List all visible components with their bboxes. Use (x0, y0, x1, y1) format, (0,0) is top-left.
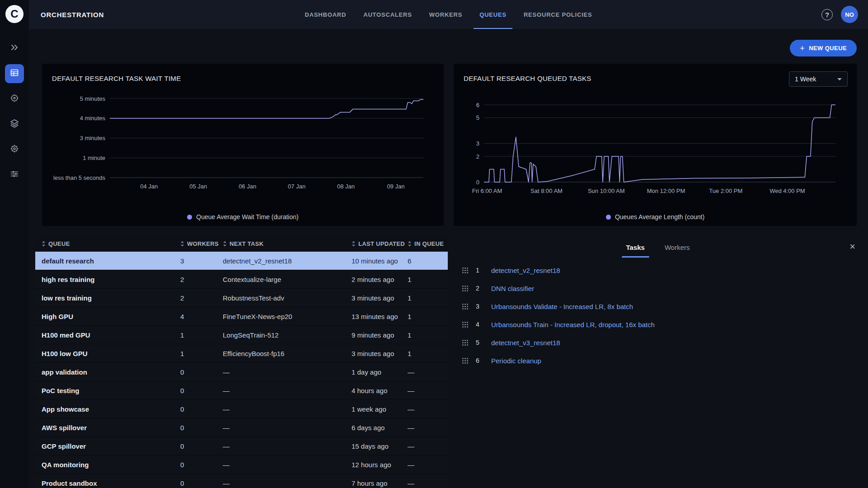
task-link[interactable]: detectnet_v3_resnet18 (491, 339, 560, 347)
task-index: 3 (476, 303, 491, 310)
workers-cell: 0 (180, 479, 223, 487)
sidebar-item-workers[interactable] (5, 89, 24, 108)
queued-tasks-chart-card: DEFAULT RESEARCH QUEUED TASKS 1 Week 023… (454, 64, 857, 226)
task-link[interactable]: Urbansounds Train - Increased LR, dropou… (491, 321, 655, 328)
next-cell: EfficiencyBoost-fp16 (223, 350, 352, 357)
drag-handle-icon[interactable] (462, 339, 469, 346)
column-header-next-task[interactable]: NEXT TASK (223, 240, 352, 247)
next-cell: Contextualize-large (223, 276, 352, 283)
updated-cell: 10 minutes ago (352, 257, 408, 265)
next-cell: RobustnessTest-adv (223, 294, 352, 302)
sidebar-item-expand-sidebar[interactable] (5, 39, 24, 58)
table-row[interactable]: QA monitoring0—12 hours ago— (35, 455, 448, 474)
drag-handle-icon[interactable] (462, 267, 469, 274)
table-row[interactable]: default research3detectnet_v2_resnet1810… (35, 252, 448, 270)
page-title: ORCHESTRATION (41, 11, 104, 19)
table-row[interactable]: app validation0—1 day ago— (35, 363, 448, 381)
task-link[interactable]: detectnet_v2_resnet18 (491, 267, 560, 274)
table-row[interactable]: H100 med GPU1LongSeqTrain-5129 minutes a… (35, 326, 448, 344)
workers-cell: 0 (180, 442, 223, 450)
nav-tab-workers[interactable]: WORKERS (421, 0, 471, 29)
sort-icon[interactable] (223, 241, 227, 247)
next-cell: — (223, 442, 352, 450)
task-index: 1 (476, 267, 491, 274)
inqueue-cell: — (408, 387, 448, 394)
task-index: 6 (476, 357, 491, 364)
next-cell: detectnet_v2_resnet18 (223, 257, 352, 265)
column-header-queue[interactable]: QUEUE (35, 240, 180, 247)
table-row[interactable]: high res training2Contextualize-large2 m… (35, 270, 448, 289)
table-row[interactable]: PoC testing0—4 hours ago— (35, 381, 448, 400)
updated-cell: 3 minutes ago (352, 350, 408, 357)
sidebar-item-pipelines[interactable] (5, 165, 24, 184)
new-queue-button[interactable]: + NEW QUEUE (790, 40, 857, 56)
time-range-dropdown[interactable]: 1 Week (789, 71, 848, 87)
next-cell: — (223, 424, 352, 432)
layers-icon (9, 118, 19, 130)
column-header-last-updated[interactable]: LAST UPDATED (352, 240, 408, 247)
sort-icon[interactable] (42, 241, 46, 247)
svg-text:05 Jan: 05 Jan (189, 183, 207, 190)
nav-tab-dashboard[interactable]: DASHBOARD (296, 0, 355, 29)
queue-cell: low res training (35, 294, 180, 302)
column-header-workers[interactable]: WORKERS (180, 240, 223, 247)
table-row[interactable]: AWS spillover0—6 days ago— (35, 418, 448, 437)
task-list: 1detectnet_v2_resnet182DNN classifier3Ur… (448, 261, 868, 370)
close-icon[interactable]: × (849, 242, 855, 252)
svg-text:2: 2 (476, 153, 479, 160)
table-row[interactable]: App showcase0—1 week ago— (35, 400, 448, 418)
chart-legend: Queue Average Wait Time (duration) (42, 213, 444, 221)
queues-icon (9, 68, 19, 80)
sort-icon[interactable] (352, 241, 356, 247)
inqueue-cell: — (408, 424, 448, 432)
drag-handle-icon[interactable] (462, 285, 469, 292)
drag-handle-icon[interactable] (462, 303, 469, 310)
panel-tab-tasks[interactable]: Tasks (616, 239, 655, 258)
updated-cell: 6 days ago (352, 424, 408, 432)
sidebar-item-layers[interactable] (5, 115, 24, 134)
sidebar-item-helm[interactable] (5, 140, 24, 159)
task-row: 4Urbansounds Train - Increased LR, dropo… (448, 315, 868, 333)
nav-tab-queues[interactable]: QUEUES (471, 0, 515, 29)
sort-icon[interactable] (408, 241, 412, 247)
drag-handle-icon[interactable] (462, 321, 469, 328)
avatar[interactable]: NO (841, 6, 858, 23)
workers-cell: 0 (180, 405, 223, 413)
task-link[interactable]: DNN classifier (491, 285, 534, 292)
column-label: LAST UPDATED (358, 240, 405, 247)
svg-text:04 Jan: 04 Jan (140, 183, 158, 190)
column-label: NEXT TASK (230, 240, 263, 247)
nav-tab-autoscalers[interactable]: AUTOSCALERS (355, 0, 421, 29)
queue-cell: AWS spillover (35, 424, 180, 432)
next-cell: — (223, 387, 352, 394)
chevron-down-icon (837, 78, 842, 80)
inqueue-cell: 1 (408, 313, 448, 320)
task-link[interactable]: Periodic cleanup (491, 357, 541, 365)
svg-text:5 minutes: 5 minutes (80, 95, 106, 102)
clearml-logo[interactable]: C (5, 5, 24, 23)
panel-tab-workers[interactable]: Workers (655, 239, 700, 258)
queue-cell: app validation (35, 368, 180, 376)
sort-icon[interactable] (180, 241, 184, 247)
time-range-value: 1 Week (795, 75, 816, 83)
legend-label: Queues Average Length (count) (615, 213, 704, 221)
table-row[interactable]: H100 low GPU1EfficiencyBoost-fp163 minut… (35, 344, 448, 363)
help-icon[interactable]: ? (821, 9, 833, 20)
table-row[interactable]: low res training2RobustnessTest-adv3 min… (35, 289, 448, 307)
svg-text:0: 0 (476, 179, 479, 186)
table-row[interactable]: High GPU4FineTuneX-News-ep2013 minutes a… (35, 307, 448, 326)
table-row[interactable]: GCP spillover0—15 days ago— (35, 437, 448, 455)
task-link[interactable]: Urbansounds Validate - Increased LR, 8x … (491, 303, 633, 310)
nav-tab-resource-policies[interactable]: RESOURCE POLICIES (515, 0, 601, 29)
workers-cell: 0 (180, 387, 223, 394)
inqueue-cell: 1 (408, 331, 448, 339)
svg-text:08 Jan: 08 Jan (337, 183, 355, 190)
queues-table: QUEUEWORKERSNEXT TASKLAST UPDATEDIN QUEU… (35, 236, 448, 488)
main-area: ORCHESTRATION DASHBOARDAUTOSCALERSWORKER… (29, 0, 868, 488)
table-row[interactable]: Product sandbox0—7 hours ago— (35, 474, 448, 488)
sidebar-item-queues[interactable] (5, 64, 24, 83)
plus-icon: + (800, 44, 805, 52)
drag-handle-icon[interactable] (462, 357, 469, 364)
svg-text:5: 5 (476, 114, 479, 121)
column-header-in-queue[interactable]: IN QUEUE (408, 240, 448, 247)
